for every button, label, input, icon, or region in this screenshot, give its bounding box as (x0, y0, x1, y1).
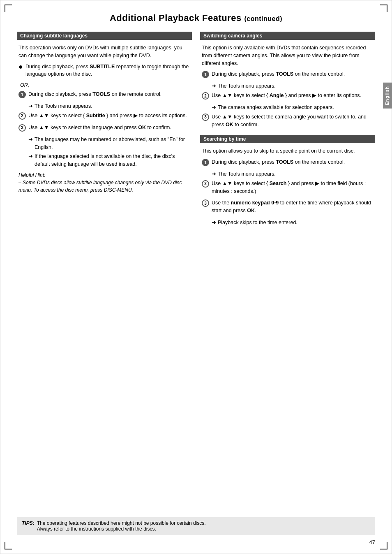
search-step1-text: During disc playback, press TOOLS on the… (212, 158, 345, 166)
camera-arrow-icon-2: ➜ (212, 104, 216, 111)
camera-step1-arrow-text: The Tools menu appears. (218, 82, 276, 90)
step3-circle: 3 (18, 124, 26, 132)
search-step1-circle: 1 (202, 159, 209, 166)
english-tab: English (383, 83, 392, 109)
subtitle-step1-text: During disc playback, press TOOLS on the… (28, 90, 161, 98)
search-step3-arrow-text: Playback skips to the time entered. (218, 219, 297, 227)
subtitle-bullet1-text: During disc playback, press SUBTITLE rep… (25, 63, 190, 79)
camera-step3-text: Use ▲▼ keys to select the camera angle y… (212, 113, 374, 129)
camera-arrow-icon-1: ➜ (212, 82, 216, 90)
left-column: Changing subtitle languages This operati… (17, 32, 192, 200)
arrow-icon: ➜ (28, 102, 33, 110)
helpful-hint: Helpful Hint: – Some DVDs discs allow su… (18, 172, 190, 194)
page-title: Additional Playback Features (continued) (17, 13, 375, 23)
title-continued: (continued) (244, 15, 282, 22)
camera-step3: 3 Use ▲▼ keys to select the camera angle… (202, 113, 374, 129)
camera-step1-text: During disc playback, press TOOLS on the… (212, 70, 345, 78)
page-container: English Additional Playback Features (co… (0, 0, 392, 554)
camera-step2-text: Use ▲▼ keys to select { Angle } and pres… (212, 92, 361, 100)
subtitle-step1-arrow: ➜ The Tools menu appears. (28, 102, 190, 110)
page-number: 47 (369, 539, 375, 545)
step2-circle: 2 (18, 112, 26, 120)
corner-br (380, 542, 387, 549)
camera-step1-arrow: ➜ The Tools menu appears. (212, 82, 374, 90)
camera-step2-circle: 2 (202, 92, 209, 100)
subtitle-step3: 3 Use ▲▼ keys to select the language and… (18, 124, 190, 132)
camera-step1: 1 During disc playback, press TOOLS on t… (202, 70, 374, 78)
helpful-hint-body: – Some DVDs discs allow subtitle languag… (18, 180, 182, 193)
tips-text1: The operating features described here mi… (37, 520, 206, 526)
camera-step3-circle: 3 (202, 114, 209, 121)
camera-step2-arrow-text: The camera angles available for selectio… (218, 104, 334, 111)
search-arrow-icon-2: ➜ (212, 219, 216, 227)
search-step3: 3 Use the numeric keypad 0-9 to enter th… (202, 199, 374, 215)
camera-angles-body: This option is only available with DVDs … (200, 44, 375, 128)
search-arrow-icon-1: ➜ (212, 170, 216, 178)
tips-bar: TIPS: The operating features described h… (17, 517, 375, 535)
subtitle-step3-arrow1-text: The languages may be numbered or abbrevi… (35, 136, 190, 151)
search-step2-circle: 2 (202, 180, 209, 188)
subtitle-step3-arrow1: ➜ The languages may be numbered or abbre… (28, 136, 190, 151)
arrow-icon-3: ➜ (28, 153, 33, 160)
subtitle-step3-text: Use ▲▼ keys to select the language and p… (28, 124, 171, 132)
or-text: OR, (20, 82, 190, 88)
camera-step2-arrow: ➜ The camera angles available for select… (212, 104, 374, 111)
subtitle-languages-body: This operation works only on DVDs with m… (17, 44, 192, 194)
subtitle-intro: This operation works only on DVDs with m… (18, 44, 190, 60)
camera-step2: 2 Use ▲▼ keys to select { Angle } and pr… (202, 92, 374, 100)
search-step3-arrow: ➜ Playback skips to the time entered. (212, 219, 374, 227)
search-step1-arrow-text: The Tools menu appears. (218, 170, 276, 178)
search-step2: 2 Use ▲▼ keys to select { Search } and p… (202, 180, 374, 195)
searching-time-header: Searching by time (200, 135, 375, 143)
step1-circle: 1 (18, 91, 26, 98)
subtitle-step3-arrow2: ➜ If the language selected is not availa… (28, 153, 190, 168)
search-intro: This option allows you to skip to a spec… (202, 147, 374, 155)
camera-angles-header: Switching camera angles (200, 32, 375, 40)
subtitle-step2-text: Use ▲▼ keys to select { Subtitle } and p… (28, 112, 187, 120)
title-main: Additional Playback Features (110, 13, 242, 23)
subtitle-step1: 1 During disc playback, press TOOLS on t… (18, 90, 190, 98)
corner-tr (380, 5, 387, 12)
subtitle-step2: 2 Use ▲▼ keys to select { Subtitle } and… (18, 112, 190, 120)
content-columns: Changing subtitle languages This operati… (17, 32, 375, 233)
tips-label: TIPS: (22, 520, 35, 526)
tips-text: The operating features described here mi… (37, 520, 206, 532)
searching-time-body: This option allows you to skip to a spec… (200, 147, 375, 226)
tips-text2: Always refer to the instructions supplie… (37, 526, 156, 532)
bullet-dot-icon: ● (18, 62, 23, 72)
corner-bl (5, 542, 12, 549)
subtitle-bullet1: ● During disc playback, press SUBTITLE r… (18, 63, 190, 79)
subtitle-languages-header: Changing subtitle languages (17, 32, 192, 40)
subtitle-step3-arrow2-text: If the language selected is not availabl… (35, 153, 190, 168)
camera-intro: This option is only available with DVDs … (202, 44, 374, 67)
arrow-icon-2: ➜ (28, 136, 33, 144)
camera-step1-circle: 1 (202, 71, 209, 78)
helpful-hint-title: Helpful Hint: (18, 172, 45, 178)
corner-tl (5, 5, 12, 12)
subtitle-step1-arrow-text: The Tools menu appears. (35, 102, 92, 110)
search-step1: 1 During disc playback, press TOOLS on t… (202, 158, 374, 166)
search-step3-circle: 3 (202, 199, 209, 207)
search-step3-text: Use the numeric keypad 0-9 to enter the … (212, 199, 374, 215)
search-step1-arrow: ➜ The Tools menu appears. (212, 170, 374, 178)
right-column: Switching camera angles This option is o… (200, 32, 375, 233)
search-step2-text: Use ▲▼ keys to select { Search } and pre… (212, 180, 374, 195)
